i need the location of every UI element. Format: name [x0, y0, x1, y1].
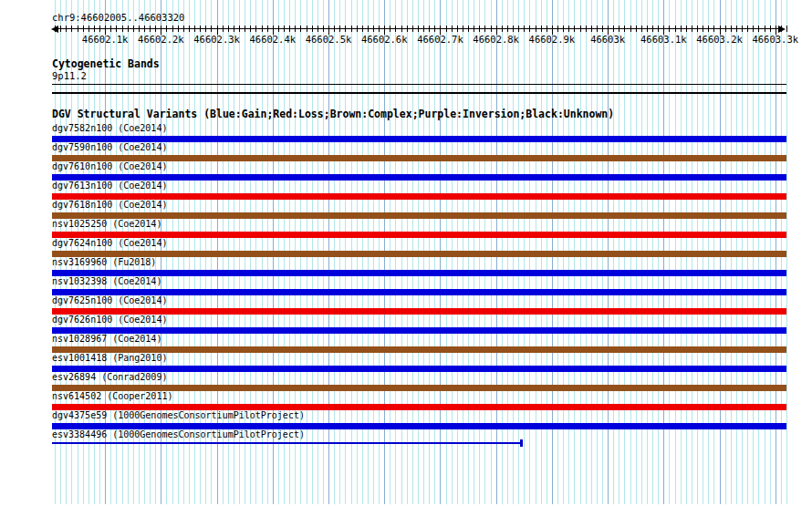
- ruler-minor-tick: [307, 26, 307, 32]
- ruler-minor-tick: [334, 26, 335, 32]
- cytoband-glyph[interactable]: [52, 84, 786, 85]
- variant-label: esv3384496 (1000GenomesConsortiumPilotPr…: [52, 429, 305, 440]
- ruler-tick-label: 46602.1k: [82, 34, 129, 46]
- cytogenetic-bands-title: Cytogenetic Bands: [52, 58, 160, 70]
- ruler-minor-tick: [591, 26, 592, 32]
- ruler-minor-tick: [395, 26, 396, 32]
- region-label: chr9:46602005..46603320: [52, 12, 184, 24]
- ruler-minor-tick: [116, 26, 117, 32]
- ruler-minor-tick: [731, 26, 732, 32]
- ruler-minor-tick: [223, 26, 224, 32]
- variant-label: dgv7626n100 (Coe2014): [52, 314, 167, 325]
- ruler-minor-tick: [474, 26, 474, 32]
- variant-label: nsv614502 (Cooper2011): [52, 390, 172, 402]
- variant-bar[interactable]: [52, 270, 786, 276]
- ruler-minor-tick: [295, 26, 296, 32]
- ruler-minor-tick: [669, 26, 670, 32]
- variant-bar[interactable]: [52, 251, 786, 257]
- ruler-minor-tick: [758, 26, 759, 32]
- ruler-minor-tick: [368, 26, 369, 32]
- ruler-minor-tick: [407, 26, 408, 32]
- ruler-minor-tick: [647, 26, 648, 32]
- variant-label: dgv7613n100 (Coe2014): [52, 180, 167, 191]
- ruler-minor-tick: [681, 26, 682, 32]
- ruler-minor-tick: [518, 26, 519, 32]
- ruler-minor-tick: [513, 26, 514, 32]
- ruler-minor-tick: [172, 26, 173, 32]
- ruler-minor-tick: [434, 26, 435, 32]
- ruler-minor-tick: [194, 26, 195, 32]
- ruler-minor-tick: [502, 26, 503, 32]
- variant-end-marker[interactable]: [520, 439, 523, 447]
- ruler-minor-tick: [390, 26, 390, 32]
- variant-label: nsv1028967 (Coe2014): [52, 333, 161, 345]
- ruler-minor-tick: [636, 26, 637, 32]
- cytoband-label[interactable]: 9p11.2: [52, 70, 87, 82]
- variant-label: dgv7625n100 (Coe2014): [52, 294, 167, 306]
- ruler-minor-tick: [524, 26, 525, 32]
- ruler-minor-tick: [205, 26, 206, 32]
- ruler-minor-tick: [234, 26, 234, 32]
- ruler-minor-tick: [557, 26, 558, 32]
- ruler-minor-tick: [99, 26, 100, 32]
- variant-bar[interactable]: [52, 327, 786, 334]
- ruler-tick-label: 46602.8k: [473, 34, 519, 46]
- ruler-minor-tick: [765, 26, 765, 32]
- ruler-minor-tick: [586, 26, 587, 32]
- ruler-minor-tick: [94, 26, 95, 32]
- ruler-tick-label: 46602.6k: [361, 34, 408, 46]
- ruler-minor-tick: [183, 26, 184, 32]
- variant-label: nsv1032398 (Coe2014): [52, 275, 161, 287]
- ruler-minor-tick: [708, 26, 709, 32]
- ruler-minor-tick: [484, 26, 485, 32]
- ruler-minor-tick: [150, 26, 151, 32]
- ruler-minor-tick: [541, 26, 542, 32]
- ruler-tick-label: 46602.4k: [250, 34, 297, 46]
- ruler-minor-tick: [770, 26, 771, 32]
- ruler-minor-tick: [463, 26, 463, 32]
- ruler-minor-tick: [357, 26, 358, 32]
- dgv-track-title: DGV Structural Variants (Blue:Gain;Red:L…: [52, 108, 614, 120]
- variant-label: dgv7582n100 (Coe2014): [52, 122, 167, 134]
- ruler-tick-label: 46602.3k: [193, 34, 240, 46]
- ruler-tick-label: 46602.5k: [306, 34, 352, 46]
- ruler-minor-tick: [211, 26, 212, 32]
- variant-line[interactable]: [52, 442, 523, 444]
- ruler-minor-tick: [786, 26, 787, 32]
- ruler-minor-tick: [692, 26, 692, 32]
- variant-label: dgv7610n100 (Coe2014): [52, 160, 167, 172]
- ruler-minor-tick: [200, 26, 201, 32]
- ruler-minor-tick: [166, 26, 167, 32]
- ruler-minor-tick: [66, 26, 67, 32]
- ruler-minor-tick: [457, 26, 458, 32]
- variant-bar[interactable]: [52, 212, 786, 219]
- ruler-minor-tick: [574, 26, 575, 32]
- ruler-minor-tick: [529, 26, 530, 32]
- ruler-minor-tick: [602, 26, 603, 32]
- ruler-minor-tick: [624, 26, 625, 32]
- ruler-tick-label: 46603.3k: [752, 34, 798, 46]
- variant-label: dgv7624n100 (Coe2014): [52, 237, 167, 249]
- ruler-minor-tick: [178, 26, 179, 32]
- section-divider: [52, 92, 786, 94]
- ruler-minor-tick: [312, 26, 313, 32]
- ruler-minor-tick: [351, 26, 352, 32]
- ruler-minor-tick: [619, 26, 619, 32]
- ruler-minor-tick: [713, 26, 714, 32]
- ruler-minor-tick: [88, 26, 89, 32]
- ruler-minor-tick: [345, 26, 346, 32]
- ruler-minor-tick: [139, 26, 140, 32]
- ruler-minor-tick: [239, 26, 240, 32]
- variant-label: dgv7618n100 (Coe2014): [52, 199, 167, 211]
- ruler-minor-tick: [491, 26, 492, 32]
- ruler-minor-tick: [412, 26, 413, 32]
- ruler-minor-tick: [652, 26, 653, 32]
- ruler-axis-line: [55, 28, 783, 29]
- ruler-minor-tick: [597, 26, 598, 32]
- ruler-minor-tick: [78, 26, 78, 32]
- ruler-minor-tick: [339, 26, 340, 32]
- variant-label: dgv4375e59 (1000GenomesConsortiumPilotPr…: [52, 409, 305, 421]
- ruler-minor-tick: [110, 26, 111, 32]
- ruler-minor-tick: [429, 26, 430, 32]
- ruler-minor-tick: [703, 26, 703, 32]
